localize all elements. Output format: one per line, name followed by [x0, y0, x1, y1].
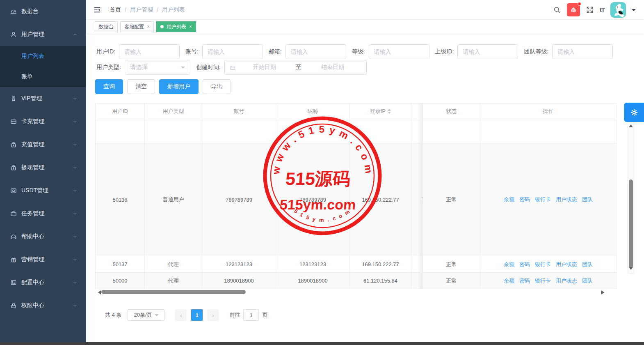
avatar[interactable] — [610, 2, 626, 18]
user-status-link[interactable]: 用户状态 — [556, 277, 577, 285]
bank-card-link[interactable]: 银行卡 — [535, 277, 551, 285]
fullscreen-icon[interactable] — [586, 6, 594, 14]
sidebar-item-usdt[interactable]: USDT管理 — [0, 179, 86, 202]
hidden-column-strip — [411, 104, 423, 119]
cell-status: 正常 — [423, 143, 480, 256]
cell-status: 正常 — [423, 256, 480, 273]
tab-dashboard[interactable]: 数据台 — [95, 21, 118, 32]
table-row: 50000 代理 1890018900 1890018900 61.120.15… — [96, 273, 616, 289]
sidebar-item-help[interactable]: 帮助中心 — [0, 225, 86, 248]
parent-id-input[interactable] — [457, 44, 518, 59]
tab-service-config[interactable]: 客服配置× — [120, 21, 154, 32]
add-user-button[interactable]: 新增用户 — [159, 79, 199, 94]
user-type-select[interactable]: 请选择 — [125, 60, 190, 75]
chevron-down-icon — [72, 165, 78, 170]
clear-button[interactable]: 清空 — [127, 79, 155, 94]
sort-icons[interactable] — [388, 107, 391, 115]
user-status-link[interactable]: 用户状态 — [556, 196, 577, 203]
close-icon[interactable]: × — [189, 24, 192, 30]
team-link[interactable]: 团队 — [582, 261, 593, 268]
chevron-down-icon — [181, 67, 185, 71]
password-link[interactable]: 密码 — [519, 277, 530, 285]
hidden-column-strip — [411, 256, 423, 273]
start-date-placeholder[interactable]: 开始日期 — [236, 64, 293, 71]
sidebar-submenu-user: 用户列表 账单 — [0, 46, 86, 87]
search-button[interactable]: 查询 — [95, 79, 123, 94]
sort-asc-icon[interactable] — [388, 107, 391, 111]
sort-desc-icon[interactable] — [388, 112, 391, 115]
pagination: 共 4 条 20条/页 ‹ 1 › 前往 页 — [105, 309, 267, 321]
level-input[interactable] — [369, 44, 429, 59]
horizontal-scrollbar[interactable] — [95, 290, 625, 295]
scroll-right-icon[interactable] — [601, 290, 606, 294]
sidebar-item-permission[interactable]: 权限中心 — [0, 294, 86, 317]
sidebar-item-recharge[interactable]: 充值管理 — [0, 133, 86, 156]
sidebar-item-config[interactable]: 配置中心 — [0, 271, 86, 294]
scroll-down-icon[interactable] — [629, 267, 633, 272]
sidebar-item-bills[interactable]: 账单 — [0, 67, 86, 87]
end-date-placeholder[interactable]: 结束日期 — [304, 64, 361, 71]
bug-report-button[interactable] — [567, 3, 580, 16]
goto-page-input[interactable] — [243, 309, 259, 321]
create-time-range-picker[interactable]: 开始日期 至 结束日期 — [224, 60, 367, 75]
close-icon[interactable]: × — [147, 24, 150, 30]
col-account: 账号 — [202, 104, 276, 119]
search-icon[interactable] — [553, 6, 561, 14]
balance-link[interactable]: 余额 — [504, 261, 514, 268]
team-level-input[interactable] — [552, 44, 613, 59]
vertical-scroll-thumb[interactable] — [629, 179, 633, 268]
bank-card-link[interactable]: 银行卡 — [535, 261, 551, 268]
parent-id-label: 上级ID: — [435, 48, 454, 55]
sidebar-item-user-mgmt[interactable]: 用户管理 — [0, 23, 86, 46]
tab-label: 数据台 — [99, 23, 114, 30]
page-1-button[interactable]: 1 — [191, 309, 203, 321]
page-horizontal-scrollbar[interactable] — [0, 342, 644, 345]
chevron-down-icon — [72, 142, 78, 147]
password-link[interactable]: 密码 — [519, 196, 530, 203]
col-user-id: 用户ID — [96, 104, 145, 119]
team-link[interactable]: 团队 — [582, 196, 593, 203]
export-button[interactable]: 导出 — [203, 79, 231, 94]
horizontal-scroll-thumb[interactable] — [101, 290, 246, 294]
level-label: 等级: — [352, 48, 365, 55]
breadcrumb-home[interactable]: 首页 — [110, 6, 121, 14]
sidebar-item-task[interactable]: 任务管理 — [0, 202, 86, 225]
vertical-scrollbar[interactable] — [628, 121, 634, 274]
balance-link[interactable]: 余额 — [504, 277, 514, 285]
cell-user-type: 代理 — [145, 273, 202, 289]
password-link[interactable]: 密码 — [519, 261, 530, 268]
account-input[interactable] — [202, 44, 263, 59]
user-status-link[interactable]: 用户状态 — [556, 261, 577, 268]
balance-link[interactable]: 余额 — [504, 196, 514, 203]
email-input[interactable] — [285, 44, 346, 59]
cell-login-ip: 169.150.222.77 — [350, 143, 411, 256]
active-dot — [160, 25, 164, 28]
scroll-up-icon[interactable] — [629, 122, 633, 127]
team-level-label: 团队等级: — [524, 48, 548, 55]
col-login-ip[interactable]: 登录IP — [350, 104, 411, 119]
next-page-button[interactable]: › — [207, 309, 219, 321]
tab-user-list[interactable]: 用户列表× — [156, 21, 196, 32]
config-icon — [10, 279, 17, 286]
page-size-select[interactable]: 20条/页 — [128, 309, 164, 321]
prev-page-button[interactable]: ‹ — [175, 309, 187, 321]
sidebar-item-card-recharge[interactable]: 卡充管理 — [0, 110, 86, 133]
sidebar-item-withdraw[interactable]: 提现管理 — [0, 156, 86, 179]
breadcrumb-level2: 用户列表 — [162, 6, 185, 14]
font-size-icon[interactable]: tT — [600, 6, 605, 13]
sidebar-item-label: 充值管理 — [21, 141, 72, 148]
page-unit-label: 页 — [262, 311, 267, 319]
sidebar-item-dashboard[interactable]: 数据台 — [0, 0, 86, 23]
avatar-dropdown-caret-icon[interactable] — [632, 9, 636, 13]
user-id-input[interactable] — [119, 44, 180, 59]
help-icon — [10, 233, 17, 240]
sidebar-item-vip[interactable]: VIP管理 — [0, 87, 86, 110]
column-settings-button[interactable] — [624, 103, 644, 122]
sidebar-item-label: 权限中心 — [21, 302, 72, 309]
sidebar-item-user-list[interactable]: 用户列表 — [0, 46, 86, 67]
sidebar-item-marketing[interactable]: 营销管理 — [0, 248, 86, 271]
bank-card-link[interactable]: 银行卡 — [535, 196, 551, 203]
scroll-left-icon[interactable] — [96, 290, 101, 294]
team-link[interactable]: 团队 — [582, 277, 593, 285]
sidebar-collapse-icon[interactable] — [93, 6, 101, 14]
